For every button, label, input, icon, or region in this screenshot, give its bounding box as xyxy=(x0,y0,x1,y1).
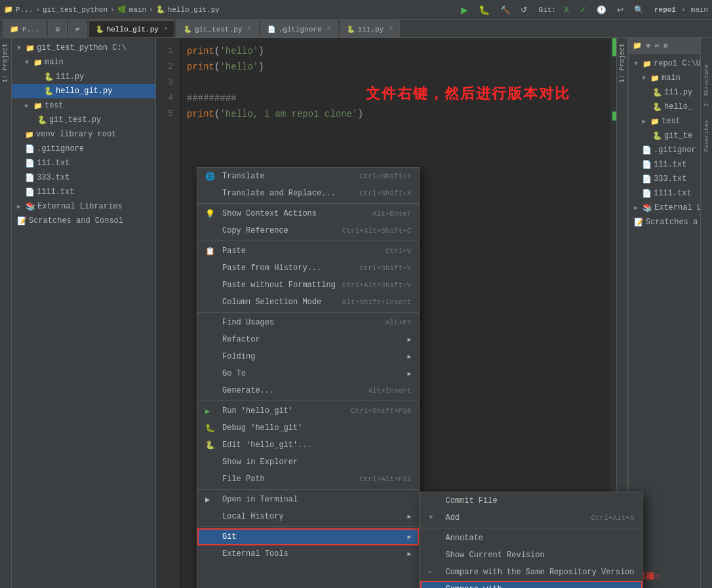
ctx-translate-replace[interactable]: Translate and Replace... Ctrl+Shift+X xyxy=(197,185,419,202)
ctx-edit[interactable]: 🐍 Edit 'hello_git'... xyxy=(197,437,419,454)
ctx-open-terminal[interactable]: ▶ Open in Terminal xyxy=(197,491,419,508)
left-sidebar-tabs: 1: Project xyxy=(0,38,12,588)
translate-icon: 🌐 xyxy=(205,172,216,182)
right-tree-111py[interactable]: 🐍 111.py xyxy=(629,85,712,100)
ctx-folding[interactable]: Folding ▶ xyxy=(197,348,419,365)
tree-git-test[interactable]: 🐍 git_test.py xyxy=(12,113,155,127)
ctx-generate[interactable]: Generate... Alt+Insert xyxy=(197,382,419,399)
tree-hello-git[interactable]: 🐍 hello_git.py xyxy=(12,84,155,98)
tree-external-libs[interactable]: ▶ 📚 External Libraries xyxy=(12,199,155,214)
tree-333txt-label: 333.txt xyxy=(37,173,69,182)
expand-arrow: ▼ xyxy=(25,59,31,66)
ctx-external-tools[interactable]: External Tools ▶ xyxy=(197,545,419,562)
structure-tab[interactable]: 2: Structure xyxy=(703,64,710,107)
right-tree-gitignore[interactable]: 📄 .gitignor xyxy=(629,143,712,157)
tree-1111txt[interactable]: 📄 1111.txt xyxy=(12,185,155,199)
tree-scratches[interactable]: 📝 Scratches and Consol xyxy=(12,214,155,228)
line-num-1: 1 xyxy=(156,43,173,59)
tab-equalize[interactable]: ⇌ xyxy=(68,20,87,37)
py-file-icon3: 🐍 xyxy=(37,115,47,125)
ctx-show-explorer[interactable]: Show in Explorer xyxy=(197,454,419,471)
git-push-button[interactable]: X xyxy=(561,4,572,16)
ctx-git[interactable]: Git ▶ xyxy=(197,528,419,545)
project-tree: ▼ 📁 git_test_python C:\ ▼ 📁 main 🐍 111.p… xyxy=(12,38,155,231)
tab-settings[interactable]: ⚙ xyxy=(48,20,67,37)
run-button[interactable]: ▶ xyxy=(458,3,471,16)
tree-root[interactable]: ▼ 📁 git_test_python C:\ xyxy=(12,41,155,55)
tab-111py[interactable]: 🐍 111.py × xyxy=(340,20,401,37)
tab-close-icon2[interactable]: × xyxy=(248,26,252,33)
project-tab[interactable]: 1: Project xyxy=(2,43,9,83)
search-button[interactable]: 🔍 xyxy=(631,4,646,16)
debug-button[interactable]: 🐛 xyxy=(476,3,492,16)
tree-test-folder[interactable]: ▶ 📁 test xyxy=(12,98,155,113)
libs-icon: 📚 xyxy=(26,202,35,212)
tree-gitignore[interactable]: 📄 .gitignore xyxy=(12,142,155,156)
file-label: hello_git.py xyxy=(168,6,220,14)
line-num-3: 3 xyxy=(156,75,173,90)
bulb-icon: 💡 xyxy=(205,209,216,219)
tree-venv[interactable]: 📁 venv library root xyxy=(12,127,155,142)
sync-button[interactable]: ↺ xyxy=(518,4,530,16)
ctx-copy-ref[interactable]: Copy Reference Ctrl+Alt+Shift+C xyxy=(197,222,419,239)
git-add[interactable]: + Add Ctrl+Alt+A xyxy=(420,509,642,526)
right-root-label: repo1 C:\U xyxy=(654,59,701,68)
py-icon: 🐍 xyxy=(96,26,104,33)
git-compare-same-repo[interactable]: ← Compare with the Same Repository Versi… xyxy=(420,564,642,581)
line-num-4: 4 xyxy=(156,90,173,106)
tree-111txt[interactable]: 📄 111.txt xyxy=(12,156,155,170)
ctx-paste-no-format[interactable]: Paste without Formatting Ctrl+Alt+Shift+… xyxy=(197,277,419,294)
code-line-2: print('hello') xyxy=(187,59,602,75)
git-label: Git: xyxy=(539,6,556,14)
tree-test-label: test xyxy=(45,101,64,110)
ctx-run[interactable]: ▶ Run 'hello_git' Ctrl+Shift+F10 xyxy=(197,402,419,420)
right-tree-root[interactable]: ▼ 📁 repo1 C:\U xyxy=(629,56,712,71)
undo-button[interactable]: ↩ xyxy=(614,4,626,16)
build-button[interactable]: 🔨 xyxy=(498,4,513,16)
right-tree-main[interactable]: ▼ 📁 main xyxy=(629,71,712,85)
right-tree-gittest[interactable]: 🐍 git_te xyxy=(629,128,712,143)
favorites-tab[interactable]: Favorites xyxy=(703,120,710,152)
breadcrumb-sep3: › xyxy=(149,6,153,14)
git-compare-with[interactable]: Compare with... xyxy=(420,581,642,588)
tree-111py[interactable]: 🐍 111.py xyxy=(12,69,155,84)
line-num-2: 2 xyxy=(156,59,173,75)
tab-label2: git_test.py xyxy=(195,26,243,33)
run-icon: ▶ xyxy=(205,406,216,416)
scratches-label: Scratches a xyxy=(646,218,698,227)
git-commit-file[interactable]: Commit File xyxy=(420,492,642,509)
tab-git-test[interactable]: 🐍 git_test.py × xyxy=(176,20,259,37)
tab-close-icon4[interactable]: × xyxy=(389,26,393,33)
ctx-local-history[interactable]: Local History ▶ xyxy=(197,508,419,525)
right-header-icons: 📁 ⊕ ⇌ ⚙ xyxy=(633,41,668,50)
ctx-debug[interactable]: 🐛 Debug 'hello_git' xyxy=(197,420,419,437)
git-show-current-revision[interactable]: Show Current Revision xyxy=(420,547,642,564)
ctx-translate[interactable]: 🌐 Translate Ctrl+Shift+Y xyxy=(197,168,419,185)
ctx-goto[interactable]: Go To ▶ xyxy=(197,365,419,382)
ctx-paste[interactable]: 📋 Paste Ctrl+V xyxy=(197,243,419,260)
git-history-button[interactable]: 🕐 xyxy=(594,4,609,16)
tree-main-folder[interactable]: ▼ 📁 main xyxy=(12,55,155,69)
py-icon2: 🐍 xyxy=(184,26,191,33)
ctx-context-actions[interactable]: 💡 Show Context Actions Alt+Enter xyxy=(197,205,419,222)
right-tree-test[interactable]: ▶ 📁 test xyxy=(629,114,712,128)
tab-gitignore[interactable]: 📄 .gitignore × xyxy=(260,20,338,37)
ctx-column-mode[interactable]: Column Selection Mode Alt+Shift+Insert xyxy=(197,294,419,311)
git-check-button[interactable]: ✓ xyxy=(577,4,589,16)
tab-close-icon3[interactable]: × xyxy=(327,26,331,33)
right-project-tab[interactable]: 1: Project xyxy=(619,43,626,83)
tab-hello-git[interactable]: 🐍 hello_git.py × xyxy=(89,20,175,37)
tab-close-icon[interactable]: × xyxy=(164,26,168,33)
ctx-paste-history[interactable]: Paste from History... Ctrl+Shift+V xyxy=(197,260,419,277)
ctx-file-path[interactable]: File Path Ctrl+Alt+F12 xyxy=(197,471,419,488)
tab-project-left[interactable]: 📁 P... xyxy=(3,20,47,37)
ctx-refactor[interactable]: Refactor ▶ xyxy=(197,331,419,348)
right-tree-hello[interactable]: 🐍 hello_ xyxy=(629,100,712,114)
ctx-sep3 xyxy=(197,312,419,313)
ctx-sep1 xyxy=(197,203,419,204)
tab-project-label: P... xyxy=(22,26,39,33)
git-annotate[interactable]: Annotate xyxy=(420,530,642,547)
tree-333txt[interactable]: 📄 333.txt xyxy=(12,170,155,185)
ctx-find-usages[interactable]: Find Usages Alt+F7 xyxy=(197,314,419,331)
tree-111txt-label: 111.txt xyxy=(37,159,69,168)
